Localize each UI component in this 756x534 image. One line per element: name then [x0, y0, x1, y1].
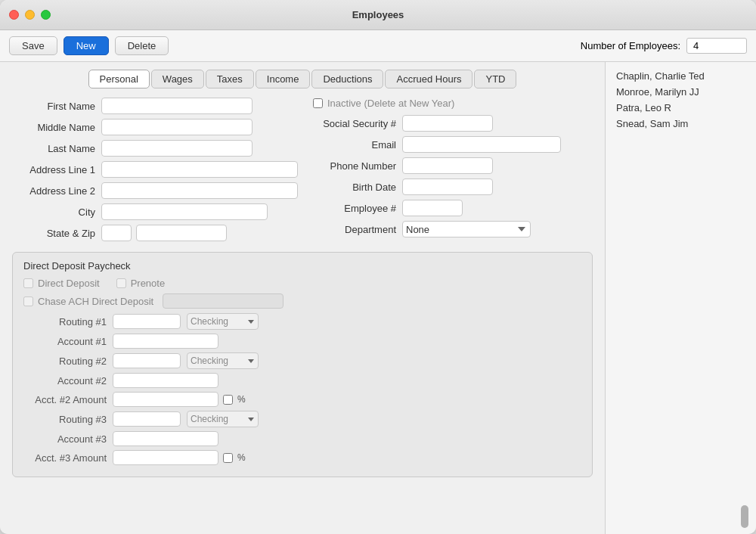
tab-deductions[interactable]: Deductions [311, 70, 383, 88]
chase-ach-row: Chase ACH Direct Deposit [23, 293, 581, 309]
first-name-input[interactable] [101, 98, 253, 114]
tab-bar: Personal Wages Taxes Income Deductions A… [12, 70, 593, 88]
acct3-pct-label: % [237, 452, 246, 463]
account2-label: Account #2 [23, 375, 107, 387]
acct2-amount-input-row: % [113, 392, 246, 407]
account1-input[interactable] [113, 334, 218, 349]
delete-button[interactable]: Delete [115, 36, 169, 55]
middle-name-row: Middle Name [12, 119, 298, 135]
account2-input[interactable] [113, 373, 218, 388]
minimize-button[interactable] [25, 10, 35, 20]
routing1-input[interactable] [113, 314, 181, 329]
routing3-row: Routing #3 Checking Savings [23, 411, 581, 427]
ssn-label: Social Security # [313, 118, 396, 129]
employee-num-input[interactable] [402, 200, 463, 216]
address2-input[interactable] [101, 182, 298, 199]
save-button[interactable]: Save [9, 36, 57, 55]
address1-input[interactable] [101, 161, 298, 178]
birth-date-input[interactable] [402, 179, 493, 195]
tab-personal[interactable]: Personal [88, 70, 150, 88]
form-left: First Name Middle Name Last Name Address… [12, 98, 298, 246]
acct3-amount-input[interactable] [113, 450, 218, 465]
tab-wages[interactable]: Wages [151, 70, 204, 88]
scrollbar-thumb[interactable] [741, 505, 748, 528]
routing2-label: Routing #2 [23, 355, 107, 367]
zip-input[interactable] [136, 225, 227, 241]
account3-row: Account #3 [23, 431, 581, 446]
toolbar: Save New Delete Number of Employees: 4 [0, 30, 756, 62]
form-area: Personal Wages Taxes Income Deductions A… [0, 62, 605, 534]
routing1-row: Routing #1 Checking Savings [23, 313, 581, 330]
acct3-amount-label: Acct. #3 Amount [23, 452, 107, 464]
employee-item[interactable]: Monroe, Marilyn JJ [613, 84, 748, 100]
employee-list-panel: Chaplin, Charlie Ted Monroe, Marilyn JJ … [605, 62, 756, 534]
prenote-checkbox[interactable] [116, 278, 126, 288]
employee-count-label: Number of Employees: [581, 40, 680, 51]
employee-num-label: Employee # [313, 203, 396, 214]
last-name-row: Last Name [12, 140, 298, 157]
employee-item[interactable]: Chaplin, Charlie Ted [613, 68, 748, 84]
traffic-lights [9, 10, 51, 20]
new-button[interactable]: New [64, 36, 109, 55]
state-input[interactable] [101, 225, 132, 241]
middle-name-input[interactable] [101, 119, 253, 135]
prenote-label: Prenote [131, 278, 166, 289]
city-row: City [12, 203, 298, 220]
acct2-pct-checkbox[interactable] [223, 395, 233, 405]
department-row: Department None [313, 221, 593, 238]
email-input[interactable] [402, 136, 561, 153]
chase-ach-input[interactable] [163, 293, 284, 309]
acct3-amount-row: Acct. #3 Amount % [23, 450, 581, 465]
state-zip-row: State & Zip [12, 225, 298, 241]
address2-row: Address Line 2 [12, 182, 298, 199]
phone-label: Phone Number [313, 160, 396, 172]
employee-item[interactable]: Patra, Leo R [613, 100, 748, 116]
routing1-label: Routing #1 [23, 316, 107, 328]
routing2-input[interactable] [113, 353, 181, 368]
tab-taxes[interactable]: Taxes [206, 70, 254, 88]
tab-ytd[interactable]: YTD [474, 70, 516, 88]
employee-num-row: Employee # [313, 200, 593, 216]
inactive-row: Inactive (Delete at New Year) [313, 98, 593, 109]
middle-name-label: Middle Name [12, 122, 95, 133]
account3-input[interactable] [113, 431, 218, 446]
employee-count-value: 4 [686, 38, 747, 54]
employee-count-area: Number of Employees: 4 [581, 38, 747, 54]
last-name-label: Last Name [12, 143, 95, 154]
state-zip-label: State & Zip [12, 228, 95, 239]
tab-income[interactable]: Income [256, 70, 311, 88]
acct2-amount-input[interactable] [113, 392, 218, 407]
direct-deposit-section: Direct Deposit Paycheck Direct Deposit P… [12, 252, 593, 477]
routing3-type-select[interactable]: Checking Savings [187, 411, 259, 427]
routing2-type-select[interactable]: Checking Savings [187, 352, 259, 369]
routing1-type-select[interactable]: Checking Savings [187, 313, 259, 330]
chase-ach-label: Chase ACH Direct Deposit [38, 296, 153, 307]
main-content: Personal Wages Taxes Income Deductions A… [0, 62, 756, 534]
account1-label: Account #1 [23, 336, 107, 347]
direct-deposit-checkbox[interactable] [23, 278, 33, 288]
tab-accrued-hours[interactable]: Accrued Hours [385, 70, 472, 88]
employee-item[interactable]: Snead, Sam Jim [613, 116, 748, 132]
acct2-amount-label: Acct. #2 Amount [23, 394, 107, 405]
close-button[interactable] [9, 10, 19, 20]
chase-ach-checkbox[interactable] [23, 296, 33, 306]
right-scrollbar [613, 502, 748, 528]
ssn-input[interactable] [402, 115, 493, 132]
acct2-pct-label: % [237, 394, 246, 405]
maximize-button[interactable] [41, 10, 51, 20]
city-label: City [12, 206, 95, 218]
first-name-label: First Name [12, 101, 95, 112]
department-select[interactable]: None [402, 221, 531, 238]
ssn-row: Social Security # [313, 115, 593, 132]
city-input[interactable] [101, 203, 268, 220]
phone-row: Phone Number [313, 157, 593, 174]
address2-label: Address Line 2 [12, 185, 95, 197]
inactive-checkbox[interactable] [313, 98, 323, 108]
last-name-input[interactable] [101, 140, 253, 157]
acct3-pct-checkbox[interactable] [223, 453, 233, 463]
phone-input[interactable] [402, 157, 493, 174]
employee-list: Chaplin, Charlie Ted Monroe, Marilyn JJ … [613, 68, 748, 502]
account3-label: Account #3 [23, 433, 107, 445]
routing3-input[interactable] [113, 411, 181, 427]
account1-row: Account #1 [23, 334, 581, 349]
